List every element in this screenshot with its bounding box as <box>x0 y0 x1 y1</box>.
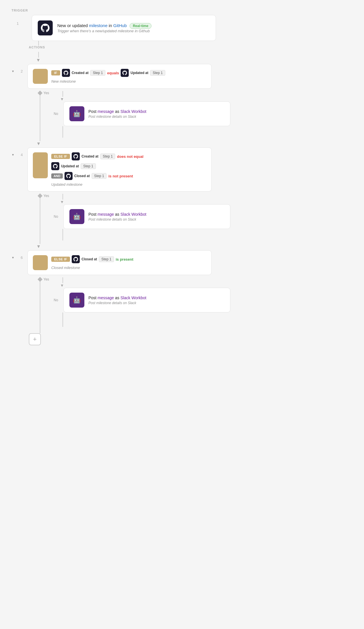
trigger-label: TRIGGER <box>12 9 352 12</box>
step-6-branch-right: ▼ No 🤖 Post message as Slack Workbot Pos… <box>54 275 230 333</box>
step-5-conn-bottom <box>62 229 63 240</box>
trigger-text: New or updated milestone in GitHub Real-… <box>57 23 151 33</box>
github-icon-sm-2a <box>62 69 70 77</box>
step-2-badge: IF <box>51 70 60 75</box>
step-7-link2[interactable]: Slack Workbot <box>120 295 146 300</box>
step-7-row: No 🤖 Post message as Slack Workbot Post … <box>54 288 230 312</box>
milestone-link[interactable]: milestone <box>89 23 107 28</box>
step-6-if-card[interactable]: ⇄ ELSE IF Closed at Step 1 is present <box>27 250 212 275</box>
step-4-field2: Updated at <box>61 164 79 169</box>
step-6-diamond <box>38 277 43 282</box>
step-3-row: No 🤖 Post message as Slack Workbot Post … <box>54 101 230 126</box>
step-6-number: 6 <box>16 255 23 260</box>
realtime-badge: Real-time <box>130 23 151 29</box>
step-4-accent: ⇄ <box>33 152 48 178</box>
slack-icon-5: 🤖 <box>69 209 84 224</box>
step-4-condition-3: AND Closed at Step 1 is not present <box>51 172 206 180</box>
step-1-number: 1 <box>12 21 19 26</box>
github-icon-sm-4b <box>51 162 59 170</box>
step-4-operator2: is not present <box>108 174 133 178</box>
step-6-if-inner: ⇄ ELSE IF Closed at Step 1 is present <box>33 255 206 270</box>
step-3-subtitle: Post milestone details on Slack <box>88 115 146 119</box>
step-2-field1: Created at <box>72 70 89 75</box>
step-2-no-label: No <box>54 112 58 116</box>
step-3-link1[interactable]: message <box>98 109 114 114</box>
github-svg-2a <box>64 71 68 75</box>
github-icon-sm-4c <box>65 172 73 180</box>
step-2-step2: Step 1 <box>150 70 165 76</box>
step-7-text: Post message as Slack Workbot Post miles… <box>88 295 146 305</box>
trigger-card[interactable]: New or updated milestone in GitHub Real-… <box>32 15 216 41</box>
github-icon-sm-2b <box>121 69 129 77</box>
step-4-step1: Step 1 <box>100 154 115 159</box>
step-2-accent: ⇄ <box>33 69 48 84</box>
step-4-diamond <box>38 194 43 198</box>
step-4-condition-1: ELSE IF Created at Step 1 does not equal <box>51 152 206 160</box>
step-6-arrow: ▼ <box>60 283 230 288</box>
step-5-text: Post message as Slack Workbot Post miles… <box>88 212 146 221</box>
slack-icon-7: 🤖 <box>69 293 84 308</box>
actions-label: ACTIONS <box>29 46 352 49</box>
step-6-field1: Closed at <box>81 257 97 262</box>
step-6-badge: ELSE IF <box>51 257 70 262</box>
step-4-branch: Yes ▼ No 🤖 Post message as Slack Workbot <box>38 192 352 244</box>
step-7-subtitle: Post milestone details on Slack <box>88 301 146 305</box>
step-2-branch-right: ▼ No 🤖 Post message as Slack Workbot Pos… <box>54 89 230 141</box>
github-icon-sm-4a <box>72 152 80 160</box>
step-6-branch: Yes ▼ No 🤖 Post message as Slack Workbot <box>38 275 352 333</box>
add-step-button[interactable]: + <box>29 333 41 345</box>
step-4-no-label: No <box>54 215 58 219</box>
step-7-title: Post message as Slack Workbot <box>88 295 146 300</box>
trigger-title: New or updated milestone in GitHub Real-… <box>57 23 151 28</box>
step-4-row: ▼ 4 ⇄ ELSE IF Created at <box>12 147 352 192</box>
step-2-diamond <box>38 91 43 96</box>
step-6-content: ELSE IF Closed at Step 1 is present Clos… <box>51 255 206 270</box>
step-4-branch-left: Yes <box>38 192 49 244</box>
step-6-row: ▼ 6 ⇄ ELSE IF Closed at <box>12 250 352 275</box>
step-6-branch-line <box>40 281 40 333</box>
robot-icon-3: 🤖 <box>73 110 81 118</box>
step-4-conn1 <box>62 194 63 200</box>
step-7-link1[interactable]: message <box>98 295 114 300</box>
github-svg-2b <box>122 71 127 75</box>
step-5-card[interactable]: 🤖 Post message as Slack Workbot Post mil… <box>63 204 230 229</box>
step-7-card[interactable]: 🤖 Post message as Slack Workbot Post mil… <box>63 288 230 312</box>
step-4-yes-label: Yes <box>43 194 49 198</box>
step-2-operator: equals <box>107 71 119 75</box>
step-6-subtitle: Closed milestone <box>51 266 206 270</box>
step-4-step2: Step 1 <box>81 163 96 169</box>
step-2-arrow: ▼ <box>60 97 230 101</box>
step-4-arrow: ▼ <box>60 200 230 204</box>
step-2-field2: Updated at <box>130 70 148 75</box>
step-2-branch: Yes ▼ No 🤖 Post message as Slack Workbot <box>38 89 352 141</box>
github-icon-sm-6 <box>72 255 80 263</box>
trigger-subtitle: Trigger when there's a new/updated miles… <box>57 29 151 33</box>
step-4-branch-right: ▼ No 🤖 Post message as Slack Workbot Pos… <box>54 192 230 244</box>
step-4-content: ELSE IF Created at Step 1 does not equal <box>51 152 206 187</box>
step-2-condition-line: IF Created at Step 1 equals <box>51 69 206 77</box>
switch-icon-6: ⇄ <box>38 259 43 266</box>
step-4-and-badge: AND <box>51 173 63 179</box>
step-5-title: Post message as Slack Workbot <box>88 212 146 217</box>
step-4-step3: Step 1 <box>92 173 107 179</box>
step-5-link1[interactable]: message <box>98 212 114 217</box>
github-svg <box>41 24 50 32</box>
step-4-number: 4 <box>16 153 23 157</box>
step-2-branch-left: Yes <box>38 89 49 141</box>
step-4-condition-2: Updated at Step 1 <box>51 162 206 170</box>
step-6-conn1 <box>62 277 63 283</box>
step-3-card[interactable]: 🤖 Post message as Slack Workbot Post mil… <box>63 101 230 126</box>
step-2-if-card[interactable]: ⇄ IF Created at Step 1 equals <box>27 64 212 89</box>
step-2-branch-line <box>40 95 40 141</box>
step-6-branch-left: Yes <box>38 275 49 333</box>
step-6-operator: is present <box>116 257 133 262</box>
step-6-condition: ELSE IF Closed at Step 1 is present <box>51 255 206 263</box>
step-6-step1: Step 1 <box>99 256 114 262</box>
step-5-link2[interactable]: Slack Workbot <box>120 212 146 217</box>
step-4-if-card[interactable]: ⇄ ELSE IF Created at Step 1 does not equ… <box>27 147 212 192</box>
step-5-subtitle: Post milestone details on Slack <box>88 217 146 221</box>
step-4-badge: ELSE IF <box>51 154 70 159</box>
step-6-accent: ⇄ <box>33 255 48 270</box>
step-3-link2[interactable]: Slack Workbot <box>120 109 146 114</box>
github-link[interactable]: GitHub <box>113 23 127 28</box>
